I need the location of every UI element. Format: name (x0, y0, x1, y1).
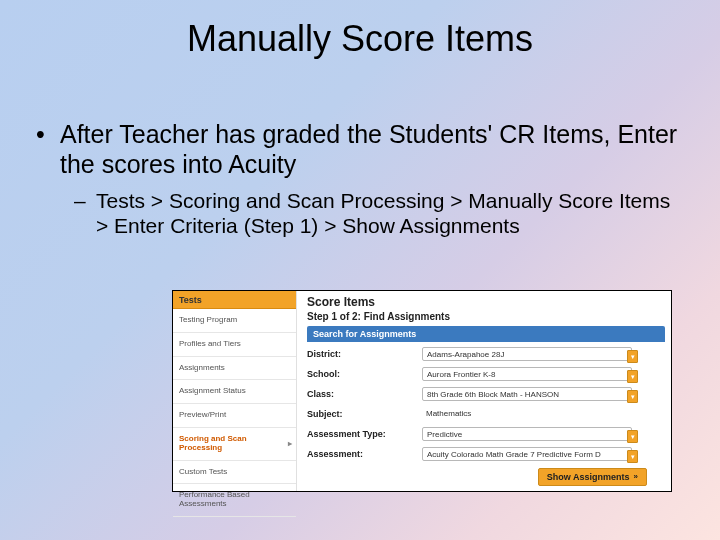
show-assignments-button[interactable]: Show Assignments » (538, 468, 647, 486)
sidebar-item-scoring-scan[interactable]: Scoring and Scan Processing (173, 428, 296, 461)
row-assessment-type: Assessment Type: Predictive ▾ (307, 424, 665, 444)
sidebar-item-assignment-status[interactable]: Assignment Status (173, 380, 296, 404)
row-school: School: Aurora Frontier K-8 ▾ (307, 364, 665, 384)
row-district: District: Adams-Arapahoe 28J ▾ (307, 344, 665, 364)
select-district[interactable]: Adams-Arapahoe 28J (422, 347, 632, 361)
select-assessment[interactable]: Acuity Colorado Math Grade 7 Predictive … (422, 447, 632, 461)
field-assessment-type: Predictive ▾ (422, 427, 665, 441)
sidebar-item-performance-based[interactable]: Performance Based Assessments (173, 484, 296, 517)
sidebar-item-custom-tests[interactable]: Custom Tests (173, 461, 296, 485)
bullet-level-2: Tests > Scoring and Scan Processing > Ma… (36, 189, 684, 239)
chevron-down-icon[interactable]: ▾ (627, 450, 638, 463)
select-school[interactable]: Aurora Frontier K-8 (422, 367, 632, 381)
select-assessment-type[interactable]: Predictive (422, 427, 632, 441)
sidebar-item-profiles-tiers[interactable]: Profiles and Tiers (173, 333, 296, 357)
bullet-level-1: After Teacher has graded the Students' C… (36, 120, 684, 179)
chevron-down-icon[interactable]: ▾ (627, 430, 638, 443)
field-district: Adams-Arapahoe 28J ▾ (422, 347, 665, 361)
main-panel: Score Items Step 1 of 2: Find Assignment… (297, 291, 671, 491)
sidebar: Tests Testing Program Profiles and Tiers… (173, 291, 297, 491)
sidebar-item-preview-print[interactable]: Preview/Print (173, 404, 296, 428)
chevron-down-icon[interactable]: ▾ (627, 350, 638, 363)
chevron-down-icon[interactable]: ▾ (627, 370, 638, 383)
search-header-bar: Search for Assignments (307, 326, 665, 342)
row-assessment: Assessment: Acuity Colorado Math Grade 7… (307, 444, 665, 464)
label-class: Class: (307, 389, 422, 399)
show-assignments-label: Show Assignments (547, 472, 630, 482)
row-class: Class: 8th Grade 6th Block Math - HANSON… (307, 384, 665, 404)
panel-title: Score Items (307, 295, 665, 309)
button-row: Show Assignments » (307, 464, 665, 486)
embedded-screenshot: Tests Testing Program Profiles and Tiers… (172, 290, 672, 492)
chevron-down-icon[interactable]: ▾ (627, 390, 638, 403)
double-chevron-down-icon: » (634, 473, 638, 481)
slide-title: Manually Score Items (0, 0, 720, 60)
field-class: 8th Grade 6th Block Math - HANSON ▾ (422, 387, 665, 401)
label-school: School: (307, 369, 422, 379)
label-subject: Subject: (307, 409, 422, 419)
sidebar-item-testing-program[interactable]: Testing Program (173, 309, 296, 333)
label-assessment: Assessment: (307, 449, 422, 459)
row-subject: Subject: Mathematics (307, 404, 665, 424)
value-subject: Mathematics (422, 407, 632, 421)
field-assessment: Acuity Colorado Math Grade 7 Predictive … (422, 447, 665, 461)
field-subject: Mathematics (422, 407, 665, 421)
label-assessment-type: Assessment Type: (307, 429, 422, 439)
field-school: Aurora Frontier K-8 ▾ (422, 367, 665, 381)
select-class[interactable]: 8th Grade 6th Block Math - HANSON (422, 387, 632, 401)
slide-content: After Teacher has graded the Students' C… (0, 60, 720, 239)
sidebar-item-assignments[interactable]: Assignments (173, 357, 296, 381)
sidebar-header: Tests (173, 291, 296, 309)
slide: Manually Score Items After Teacher has g… (0, 0, 720, 540)
panel-subtitle: Step 1 of 2: Find Assignments (307, 311, 665, 322)
label-district: District: (307, 349, 422, 359)
